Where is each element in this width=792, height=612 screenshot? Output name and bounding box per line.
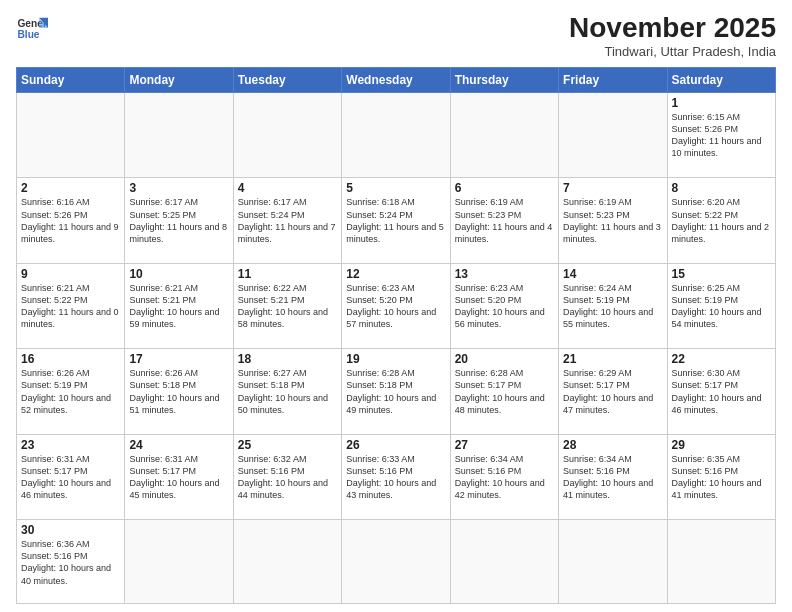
- day-number: 6: [455, 181, 554, 195]
- day-info: Sunrise: 6:18 AM Sunset: 5:24 PM Dayligh…: [346, 196, 445, 245]
- day-number: 15: [672, 267, 771, 281]
- month-title: November 2025: [569, 12, 776, 44]
- day-info: Sunrise: 6:23 AM Sunset: 5:20 PM Dayligh…: [346, 282, 445, 331]
- table-row: [17, 93, 125, 178]
- table-row: [559, 93, 667, 178]
- day-info: Sunrise: 6:34 AM Sunset: 5:16 PM Dayligh…: [455, 453, 554, 502]
- col-saturday: Saturday: [667, 68, 775, 93]
- day-number: 5: [346, 181, 445, 195]
- day-info: Sunrise: 6:31 AM Sunset: 5:17 PM Dayligh…: [129, 453, 228, 502]
- table-row: 13Sunrise: 6:23 AM Sunset: 5:20 PM Dayli…: [450, 263, 558, 348]
- day-info: Sunrise: 6:36 AM Sunset: 5:16 PM Dayligh…: [21, 538, 120, 587]
- day-info: Sunrise: 6:28 AM Sunset: 5:18 PM Dayligh…: [346, 367, 445, 416]
- day-number: 9: [21, 267, 120, 281]
- day-info: Sunrise: 6:30 AM Sunset: 5:17 PM Dayligh…: [672, 367, 771, 416]
- table-row: 23Sunrise: 6:31 AM Sunset: 5:17 PM Dayli…: [17, 434, 125, 519]
- table-row: 24Sunrise: 6:31 AM Sunset: 5:17 PM Dayli…: [125, 434, 233, 519]
- day-number: 7: [563, 181, 662, 195]
- table-row: [342, 93, 450, 178]
- table-row: 15Sunrise: 6:25 AM Sunset: 5:19 PM Dayli…: [667, 263, 775, 348]
- table-row: 22Sunrise: 6:30 AM Sunset: 5:17 PM Dayli…: [667, 349, 775, 434]
- table-row: [559, 520, 667, 604]
- day-number: 10: [129, 267, 228, 281]
- general-blue-logo-icon: General Blue: [16, 12, 48, 44]
- day-info: Sunrise: 6:26 AM Sunset: 5:18 PM Dayligh…: [129, 367, 228, 416]
- table-row: 9Sunrise: 6:21 AM Sunset: 5:22 PM Daylig…: [17, 263, 125, 348]
- day-number: 8: [672, 181, 771, 195]
- day-number: 28: [563, 438, 662, 452]
- table-row: [450, 93, 558, 178]
- col-sunday: Sunday: [17, 68, 125, 93]
- table-row: 26Sunrise: 6:33 AM Sunset: 5:16 PM Dayli…: [342, 434, 450, 519]
- svg-text:Blue: Blue: [17, 29, 39, 40]
- table-row: 2Sunrise: 6:16 AM Sunset: 5:26 PM Daylig…: [17, 178, 125, 263]
- table-row: 30Sunrise: 6:36 AM Sunset: 5:16 PM Dayli…: [17, 520, 125, 604]
- day-number: 23: [21, 438, 120, 452]
- table-row: 21Sunrise: 6:29 AM Sunset: 5:17 PM Dayli…: [559, 349, 667, 434]
- day-info: Sunrise: 6:21 AM Sunset: 5:22 PM Dayligh…: [21, 282, 120, 331]
- day-info: Sunrise: 6:25 AM Sunset: 5:19 PM Dayligh…: [672, 282, 771, 331]
- day-number: 1: [672, 96, 771, 110]
- day-info: Sunrise: 6:21 AM Sunset: 5:21 PM Dayligh…: [129, 282, 228, 331]
- day-number: 14: [563, 267, 662, 281]
- logo: General Blue: [16, 12, 48, 44]
- table-row: [667, 520, 775, 604]
- title-area: November 2025 Tindwari, Uttar Pradesh, I…: [569, 12, 776, 59]
- day-info: Sunrise: 6:15 AM Sunset: 5:26 PM Dayligh…: [672, 111, 771, 160]
- day-number: 24: [129, 438, 228, 452]
- day-info: Sunrise: 6:26 AM Sunset: 5:19 PM Dayligh…: [21, 367, 120, 416]
- day-number: 21: [563, 352, 662, 366]
- table-row: 17Sunrise: 6:26 AM Sunset: 5:18 PM Dayli…: [125, 349, 233, 434]
- table-row: 8Sunrise: 6:20 AM Sunset: 5:22 PM Daylig…: [667, 178, 775, 263]
- day-info: Sunrise: 6:33 AM Sunset: 5:16 PM Dayligh…: [346, 453, 445, 502]
- table-row: 3Sunrise: 6:17 AM Sunset: 5:25 PM Daylig…: [125, 178, 233, 263]
- day-info: Sunrise: 6:35 AM Sunset: 5:16 PM Dayligh…: [672, 453, 771, 502]
- table-row: 11Sunrise: 6:22 AM Sunset: 5:21 PM Dayli…: [233, 263, 341, 348]
- day-number: 12: [346, 267, 445, 281]
- day-info: Sunrise: 6:22 AM Sunset: 5:21 PM Dayligh…: [238, 282, 337, 331]
- table-row: 27Sunrise: 6:34 AM Sunset: 5:16 PM Dayli…: [450, 434, 558, 519]
- day-number: 16: [21, 352, 120, 366]
- day-info: Sunrise: 6:32 AM Sunset: 5:16 PM Dayligh…: [238, 453, 337, 502]
- table-row: 25Sunrise: 6:32 AM Sunset: 5:16 PM Dayli…: [233, 434, 341, 519]
- day-info: Sunrise: 6:19 AM Sunset: 5:23 PM Dayligh…: [563, 196, 662, 245]
- header: General Blue November 2025 Tindwari, Utt…: [16, 12, 776, 59]
- day-info: Sunrise: 6:34 AM Sunset: 5:16 PM Dayligh…: [563, 453, 662, 502]
- day-info: Sunrise: 6:27 AM Sunset: 5:18 PM Dayligh…: [238, 367, 337, 416]
- day-info: Sunrise: 6:20 AM Sunset: 5:22 PM Dayligh…: [672, 196, 771, 245]
- table-row: 19Sunrise: 6:28 AM Sunset: 5:18 PM Dayli…: [342, 349, 450, 434]
- header-row: Sunday Monday Tuesday Wednesday Thursday…: [17, 68, 776, 93]
- table-row: [233, 93, 341, 178]
- table-row: 18Sunrise: 6:27 AM Sunset: 5:18 PM Dayli…: [233, 349, 341, 434]
- day-number: 13: [455, 267, 554, 281]
- day-number: 18: [238, 352, 337, 366]
- day-info: Sunrise: 6:23 AM Sunset: 5:20 PM Dayligh…: [455, 282, 554, 331]
- col-wednesday: Wednesday: [342, 68, 450, 93]
- table-row: 4Sunrise: 6:17 AM Sunset: 5:24 PM Daylig…: [233, 178, 341, 263]
- day-info: Sunrise: 6:31 AM Sunset: 5:17 PM Dayligh…: [21, 453, 120, 502]
- table-row: [342, 520, 450, 604]
- location: Tindwari, Uttar Pradesh, India: [569, 44, 776, 59]
- table-row: 5Sunrise: 6:18 AM Sunset: 5:24 PM Daylig…: [342, 178, 450, 263]
- day-number: 30: [21, 523, 120, 537]
- table-row: 1Sunrise: 6:15 AM Sunset: 5:26 PM Daylig…: [667, 93, 775, 178]
- table-row: 12Sunrise: 6:23 AM Sunset: 5:20 PM Dayli…: [342, 263, 450, 348]
- day-info: Sunrise: 6:24 AM Sunset: 5:19 PM Dayligh…: [563, 282, 662, 331]
- day-info: Sunrise: 6:28 AM Sunset: 5:17 PM Dayligh…: [455, 367, 554, 416]
- table-row: 16Sunrise: 6:26 AM Sunset: 5:19 PM Dayli…: [17, 349, 125, 434]
- day-number: 2: [21, 181, 120, 195]
- table-row: [125, 520, 233, 604]
- calendar-page: General Blue November 2025 Tindwari, Utt…: [0, 0, 792, 612]
- day-number: 27: [455, 438, 554, 452]
- table-row: 10Sunrise: 6:21 AM Sunset: 5:21 PM Dayli…: [125, 263, 233, 348]
- table-row: [450, 520, 558, 604]
- day-number: 20: [455, 352, 554, 366]
- col-friday: Friday: [559, 68, 667, 93]
- day-number: 26: [346, 438, 445, 452]
- day-info: Sunrise: 6:17 AM Sunset: 5:25 PM Dayligh…: [129, 196, 228, 245]
- day-number: 4: [238, 181, 337, 195]
- table-row: 7Sunrise: 6:19 AM Sunset: 5:23 PM Daylig…: [559, 178, 667, 263]
- day-info: Sunrise: 6:16 AM Sunset: 5:26 PM Dayligh…: [21, 196, 120, 245]
- day-number: 25: [238, 438, 337, 452]
- day-number: 17: [129, 352, 228, 366]
